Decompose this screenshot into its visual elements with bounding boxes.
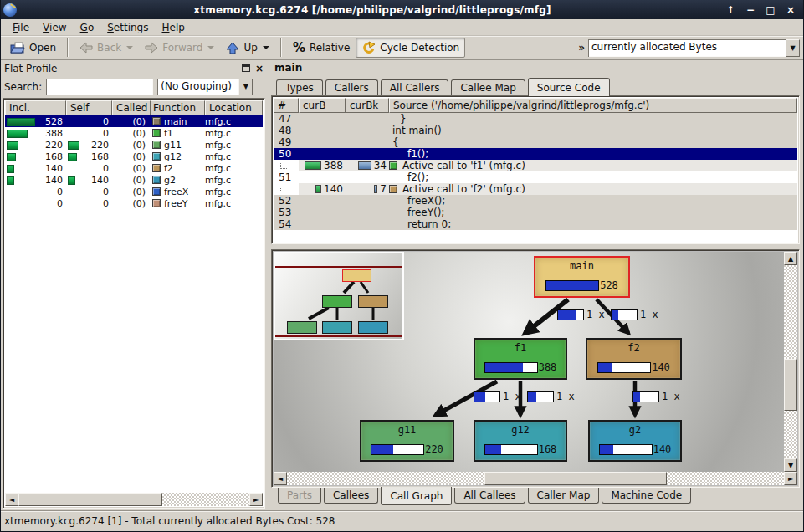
col-line[interactable]: #	[274, 98, 299, 113]
overview-bound-line	[275, 335, 402, 337]
table-row[interactable]: 00(0)freeXmfg.c	[5, 186, 263, 197]
tab-all-callees[interactable]: All Callees	[454, 488, 525, 504]
graph-node-g2[interactable]: g2140	[588, 420, 682, 462]
source-call-row[interactable]: 38834Active call to 'f1' (mfg.c)	[274, 160, 797, 171]
cycle-detection-button[interactable]: Cycle Detection	[356, 38, 465, 58]
table-row[interactable]: 168168(0)g12mfg.c	[5, 151, 263, 162]
shade-icon[interactable]: ↑	[725, 4, 736, 16]
col-function[interactable]: Function	[151, 100, 205, 115]
scroll-right-icon[interactable]: ►	[784, 472, 797, 485]
search-label: Search:	[4, 81, 42, 93]
tab-callee-map[interactable]: Callee Map	[451, 79, 525, 95]
back-button[interactable]: Back	[74, 38, 139, 57]
col-called[interactable]: Called	[112, 100, 151, 115]
maximize-icon[interactable]: □	[765, 4, 776, 16]
source-line-row[interactable]: 54return 0;	[274, 218, 797, 230]
table-row[interactable]: 140140(0)g2mfg.c	[5, 174, 263, 186]
graph-node-f1[interactable]: f1388	[474, 338, 567, 380]
table-row[interactable]: 5280(0)mainmfg.c	[5, 115, 263, 127]
minimize-icon[interactable]: −	[745, 4, 756, 16]
node-cost-value: 528	[600, 279, 618, 291]
col-source[interactable]: Source ('/home/philippe/valgrind/littlep…	[389, 98, 797, 113]
scroll-up-icon[interactable]: ▲	[784, 252, 797, 265]
col-incl[interactable]: Incl.	[5, 100, 66, 115]
up-button[interactable]: Up	[220, 38, 274, 58]
scrollbar-thumb[interactable]	[784, 359, 797, 411]
graph-node-f2[interactable]: f2140	[586, 338, 682, 380]
toolbar-overflow-icon[interactable]: »	[578, 42, 585, 54]
scroll-left-icon[interactable]: ◄	[5, 493, 18, 506]
source-line-row[interactable]: 48int main()	[274, 125, 797, 136]
edge-label[interactable]: 1 x	[474, 391, 521, 402]
graph-node-main[interactable]: main528	[534, 256, 630, 298]
forward-button[interactable]: Forward	[139, 38, 220, 57]
tab-caller-map[interactable]: Caller Map	[528, 488, 600, 504]
tab-source-code[interactable]: Source Code	[528, 78, 610, 96]
tab-machine-code[interactable]: Machine Code	[602, 488, 691, 504]
menu-view[interactable]: View	[36, 20, 73, 35]
menu-file[interactable]: File	[6, 20, 36, 35]
tab-callees[interactable]: Callees	[324, 488, 378, 504]
col-curb[interactable]: curB	[299, 98, 346, 113]
flat-profile-header: Incl. Self Called Function Location	[5, 100, 263, 115]
edge-label[interactable]: 1 x	[611, 309, 658, 320]
scroll-down-icon[interactable]: ▼	[784, 458, 797, 472]
source-line-row[interactable]: 49{	[274, 136, 797, 148]
graph-horizontal-scrollbar[interactable]: ◄	[274, 472, 784, 485]
graph-node-g12[interactable]: g12168	[474, 420, 567, 462]
table-row[interactable]: 220220(0)g11mfg.c	[5, 139, 263, 151]
graph-node-g11[interactable]: g11220	[360, 420, 454, 462]
grouping-select[interactable]: (No Grouping) ▼	[157, 79, 253, 95]
back-dropdown-icon[interactable]	[126, 46, 133, 49]
edge-label[interactable]: 1 x	[527, 391, 575, 402]
source-line-row[interactable]: 51f2();	[274, 171, 797, 183]
table-row[interactable]: 00(0)freeYmfg.c	[5, 197, 263, 209]
relative-button[interactable]: % Relative	[287, 37, 356, 59]
float-dock-icon[interactable]	[242, 64, 250, 72]
dock-horizontal-scrollbar[interactable]: ◄ ►	[5, 493, 263, 506]
source-text: }	[389, 113, 407, 125]
table-row[interactable]: 1400(0)f2mfg.c	[5, 162, 263, 174]
search-input[interactable]	[46, 79, 153, 95]
event-type-select[interactable]: currently allocated Bytes ▼	[588, 39, 800, 57]
col-location[interactable]: Location	[205, 100, 263, 115]
close-dock-icon[interactable]: ×	[255, 64, 264, 73]
menu-settings[interactable]: Settings	[100, 20, 155, 35]
source-line-row[interactable]: 50f1();	[274, 148, 797, 160]
cell-location: mfg.c	[205, 198, 263, 209]
menu-go[interactable]: Go	[74, 20, 101, 35]
toolbar-separator	[280, 38, 282, 57]
menu-help[interactable]: Help	[155, 20, 191, 35]
forward-dropdown-icon[interactable]	[207, 46, 214, 49]
source-line-row[interactable]: 52freeX();	[274, 195, 797, 207]
col-self[interactable]: Self	[66, 100, 112, 115]
scroll-left-icon[interactable]: ◄	[274, 472, 287, 485]
title-bar[interactable]: xtmemory.kcg.6274 [/home/philippe/valgri…	[1, 0, 803, 19]
tab-parts[interactable]: Parts	[278, 488, 321, 504]
combo-arrow-icon[interactable]: ▼	[786, 39, 800, 57]
call-graph-canvas[interactable]: ▲ ▼ ◄ ► main528f1388f2140g11220g12168g21…	[274, 252, 797, 485]
table-row[interactable]: 3880(0)f1mfg.c	[5, 127, 263, 139]
tab-call-graph[interactable]: Call Graph	[381, 487, 452, 505]
source-call-row[interactable]: 1407Active call to 'f2' (mfg.c)	[274, 183, 797, 195]
incl-bar	[7, 130, 28, 138]
edge-label[interactable]: 1 x	[632, 391, 680, 402]
edge-label[interactable]: 1 x	[557, 309, 605, 320]
source-line-row[interactable]: 47}	[274, 113, 797, 125]
tab-all-callers[interactable]: All Callers	[381, 79, 449, 95]
combo-arrow-icon[interactable]: ▼	[238, 79, 253, 95]
tab-types[interactable]: Types	[276, 79, 323, 95]
col-curbk[interactable]: curBk	[346, 98, 389, 113]
cell-location: mfg.c	[205, 187, 263, 197]
scrollbar-thumb[interactable]	[18, 493, 162, 506]
source-line-row[interactable]: 53freeY();	[274, 207, 797, 218]
graph-overview-map[interactable]	[274, 252, 404, 340]
scrollbar-thumb[interactable]	[484, 472, 667, 485]
close-icon[interactable]: ×	[785, 4, 796, 16]
scroll-right-icon[interactable]: ►	[249, 493, 263, 506]
up-dropdown-icon[interactable]	[263, 46, 269, 49]
open-button[interactable]: Open	[4, 38, 62, 58]
graph-vertical-scrollbar[interactable]: ▲ ▼	[784, 252, 797, 472]
tab-callers[interactable]: Callers	[325, 79, 378, 95]
self-bar	[68, 141, 79, 150]
